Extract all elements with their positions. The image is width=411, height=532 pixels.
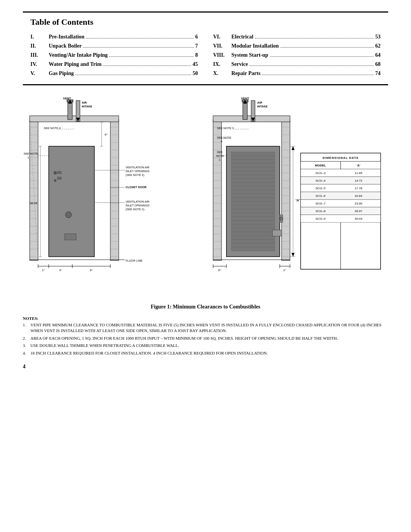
toc-left-col: I. Pre-Installation 6 II. Unpack Boiler … bbox=[30, 32, 198, 78]
note-num-1: 1. bbox=[23, 322, 28, 334]
svg-text:SEE NOTE 3: SEE NOTE 3 bbox=[217, 126, 234, 130]
svg-text:SEE: SEE bbox=[217, 150, 223, 154]
toc-num-10: X. bbox=[213, 70, 231, 77]
note-item-4: 4. 18 INCH CLEARANCE REQUIRED FOR CLOSET… bbox=[23, 350, 388, 356]
svg-text:14.72: 14.72 bbox=[355, 179, 363, 182]
svg-rect-43 bbox=[57, 171, 62, 174]
note-num-2: 2. bbox=[23, 335, 28, 341]
toc-page-5: 50 bbox=[193, 70, 198, 77]
note-item-3: 3. USE DOUBLE WALL THIMBLE WHEN PENETRAT… bbox=[23, 343, 388, 348]
svg-text:INLET OPENINGS: INLET OPENINGS bbox=[126, 169, 150, 173]
toc-dots-9 bbox=[250, 66, 374, 66]
svg-rect-203 bbox=[301, 184, 381, 192]
toc-item-7: VII. Modular Installation 62 bbox=[213, 42, 381, 51]
toc-label-2: Unpack Boiler bbox=[49, 43, 82, 49]
svg-text:INLET OPENINGS: INLET OPENINGS bbox=[126, 204, 150, 207]
svg-text:38.09: 38.09 bbox=[30, 201, 38, 205]
toc-num-7: VII. bbox=[213, 43, 231, 49]
note-num-4: 4. bbox=[23, 350, 28, 356]
svg-rect-215 bbox=[301, 215, 381, 222]
note-item-2: 2. AREA OF EACH OPENING, 1 SQ. INCH FOR … bbox=[23, 335, 388, 341]
toc-page-1: 6 bbox=[195, 34, 198, 40]
note-text-4: 18 INCH CLEARANCE REQUIRED FOR CLOSET IN… bbox=[30, 350, 268, 356]
svg-text:SCG–3: SCG–3 bbox=[315, 171, 326, 175]
toc-item-2: II. Unpack Boiler 7 bbox=[30, 42, 198, 51]
svg-text:(SEE NOTE 2): (SEE NOTE 2) bbox=[126, 208, 145, 211]
toc-num-5: V. bbox=[30, 70, 49, 77]
svg-text:17.78: 17.78 bbox=[355, 187, 363, 190]
svg-text:6": 6" bbox=[105, 133, 107, 136]
svg-point-45 bbox=[65, 212, 72, 218]
note-text-3: USE DOUBLE WALL THIMBLE WHEN PENETRATING… bbox=[30, 343, 179, 348]
toc-page-6: 53 bbox=[375, 34, 381, 40]
notes-section: NOTES: 1. VENT PIPE MINIMUM CLEARANCE TO… bbox=[23, 316, 388, 356]
svg-rect-89 bbox=[213, 120, 221, 260]
note-text-2: AREA OF EACH OPENING, 1 SQ. INCH FOR EAC… bbox=[30, 335, 338, 341]
toc-item-10: X. Repair Parts 74 bbox=[213, 69, 381, 78]
svg-rect-206 bbox=[301, 192, 381, 200]
svg-text:20.84: 20.84 bbox=[355, 194, 363, 198]
svg-text:30.03: 30.03 bbox=[355, 217, 363, 220]
svg-rect-212 bbox=[301, 207, 381, 215]
toc-dots-7 bbox=[280, 47, 374, 48]
toc-item-9: IX. Service 68 bbox=[213, 60, 381, 69]
svg-text:26.97: 26.97 bbox=[355, 209, 363, 213]
svg-text:1": 1" bbox=[42, 268, 45, 272]
notes-title: NOTES: bbox=[23, 316, 388, 321]
svg-text:SCG–4: SCG–4 bbox=[315, 179, 326, 182]
svg-marker-179 bbox=[292, 146, 295, 150]
svg-text:AIR: AIR bbox=[82, 101, 87, 104]
toc-item-6: VI. Electrical 53 bbox=[213, 32, 381, 42]
svg-rect-108 bbox=[282, 120, 290, 260]
toc-num-2: II. bbox=[30, 43, 49, 49]
toc-num-3: III. bbox=[30, 52, 49, 58]
svg-text:NOTE: NOTE bbox=[216, 154, 224, 158]
svg-text:VENTILATION AIR: VENTILATION AIR bbox=[126, 166, 150, 169]
svg-text:'A': 'A' bbox=[296, 198, 300, 202]
svg-rect-20 bbox=[110, 120, 119, 260]
svg-rect-197 bbox=[301, 169, 381, 177]
svg-text:DIMENSIONAL DATA: DIMENSIONAL DATA bbox=[322, 156, 358, 160]
svg-text:FLOOR LINE: FLOOR LINE bbox=[126, 259, 143, 262]
svg-text:VENTILATION AIR: VENTILATION AIR bbox=[126, 200, 150, 203]
svg-rect-46 bbox=[65, 234, 76, 240]
note-text-1: VENT PIPE MINIMUM CLEARANCE TO COMBUSTIB… bbox=[30, 322, 388, 334]
toc-dots-1 bbox=[86, 38, 194, 38]
toc-label-9: Service bbox=[231, 61, 248, 67]
toc-page-7: 62 bbox=[375, 43, 381, 49]
toc-dots-2 bbox=[83, 47, 194, 48]
toc-dots-4 bbox=[103, 66, 191, 66]
toc-item-1: I. Pre-Installation 6 bbox=[30, 32, 198, 42]
svg-text:AIR: AIR bbox=[257, 101, 263, 104]
toc-label-10: Repair Parts bbox=[231, 70, 260, 77]
svg-text:1: 1 bbox=[219, 158, 220, 161]
toc-page-8: 64 bbox=[375, 52, 381, 58]
toc-grid: I. Pre-Installation 6 II. Unpack Boiler … bbox=[30, 32, 381, 78]
svg-point-41 bbox=[54, 171, 57, 174]
svg-text:SEE NOTE 3: SEE NOTE 3 bbox=[44, 126, 61, 130]
toc-num-8: VIII. bbox=[213, 52, 231, 58]
svg-text:SCG–5: SCG–5 bbox=[315, 187, 326, 190]
toc-page-4: 45 bbox=[193, 61, 198, 67]
toc-num-9: IX. bbox=[213, 61, 231, 67]
toc-label-7: Modular Installation bbox=[231, 43, 279, 49]
svg-text:6": 6" bbox=[218, 268, 221, 272]
svg-text:4: 4 bbox=[221, 140, 222, 143]
toc-dots-6 bbox=[255, 38, 374, 38]
toc-label-8: System Start-up bbox=[231, 52, 268, 58]
svg-text:'A': 'A' bbox=[357, 164, 360, 167]
svg-marker-180 bbox=[292, 253, 295, 257]
svg-text:SCG–6: SCG–6 bbox=[315, 194, 326, 198]
svg-text:INTAKE: INTAKE bbox=[257, 105, 268, 108]
svg-text:SCG–9: SCG–9 bbox=[315, 217, 326, 220]
svg-text:6": 6" bbox=[90, 268, 92, 272]
toc-item-4: IV. Water Piping and Trim 45 bbox=[30, 60, 198, 69]
toc-label-5: Gas Piping bbox=[49, 70, 74, 77]
diagram-wrapper: VENT AIR INTAKE SEE NOTE 3 SEE NOTE 1 6"… bbox=[23, 97, 388, 296]
svg-text:VENT: VENT bbox=[241, 97, 249, 100]
svg-text:SCG–8: SCG–8 bbox=[315, 209, 326, 213]
toc-page-10: 74 bbox=[375, 70, 381, 77]
svg-point-42 bbox=[54, 179, 56, 182]
diagram-section: VENT AIR INTAKE SEE NOTE 3 SEE NOTE 1 6"… bbox=[23, 97, 388, 296]
page-number: 4 bbox=[23, 364, 388, 370]
